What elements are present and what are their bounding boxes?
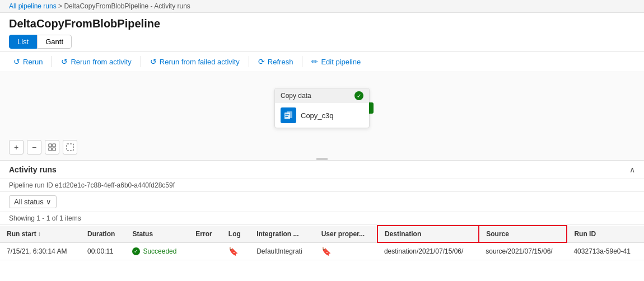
tabs-row: List Gantt bbox=[0, 32, 644, 51]
zoom-out-button[interactable]: − bbox=[27, 140, 41, 154]
cell-run-id: 4032713a-59e0-41 bbox=[567, 242, 644, 260]
cell-destination: destination/2021/07/15/06/ bbox=[377, 242, 479, 260]
svg-rect-3 bbox=[53, 144, 55, 147]
cell-integration: DefaultIntegrati bbox=[250, 242, 315, 260]
count-label: Showing 1 - 1 of 1 items bbox=[9, 214, 81, 222]
th-status: Status bbox=[125, 226, 189, 242]
cell-error bbox=[189, 242, 221, 260]
th-log: Log bbox=[222, 226, 250, 242]
th-error: Error bbox=[189, 226, 221, 242]
page-title: DeltaCopyFromBlobPipeline bbox=[0, 13, 644, 32]
rerun-button[interactable]: ↺ Rerun bbox=[9, 55, 47, 68]
canvas-divider bbox=[316, 158, 328, 160]
count-row: Showing 1 - 1 of 1 items bbox=[0, 212, 644, 225]
svg-rect-6 bbox=[67, 144, 73, 151]
node-right-bar bbox=[369, 102, 374, 114]
rerun-failed-icon: ↺ bbox=[150, 57, 157, 66]
node-name-label: Copy_c3q bbox=[301, 111, 334, 120]
tab-gantt[interactable]: Gantt bbox=[37, 35, 72, 49]
separator-4 bbox=[302, 56, 302, 67]
pipeline-run-id-label: Pipeline run ID bbox=[9, 181, 53, 189]
cell-user-props: 🔖 bbox=[315, 242, 377, 260]
cell-status: ✓ Succeeded bbox=[125, 242, 189, 260]
activity-table: Run start ↕ Duration Status Error Log In… bbox=[0, 225, 644, 260]
table-header-row: Run start ↕ Duration Status Error Log In… bbox=[0, 226, 644, 242]
refresh-button[interactable]: ⟳ Refresh bbox=[254, 55, 298, 68]
refresh-icon: ⟳ bbox=[258, 57, 265, 66]
canvas-area: Copy data ✓ Copy_c3q + − bbox=[0, 72, 644, 161]
refresh-label: Refresh bbox=[268, 58, 293, 66]
toolbar: ↺ Rerun ↺ Rerun from activity ↺ Rerun fr… bbox=[0, 51, 644, 72]
bookmark-icon[interactable]: 🔖 bbox=[228, 247, 238, 256]
svg-rect-5 bbox=[53, 148, 55, 151]
separator-3 bbox=[249, 56, 249, 67]
status-label: Succeeded bbox=[143, 247, 176, 255]
breadcrumb-separator: > bbox=[58, 2, 64, 10]
th-run-start[interactable]: Run start ↕ bbox=[0, 226, 81, 242]
th-user-props: User proper... bbox=[315, 226, 377, 242]
rerun-failed-label: Rerun from failed activity bbox=[160, 58, 240, 66]
breadcrumb-current: DeltaCopyFromBlobPipeline - Activity run… bbox=[64, 2, 190, 10]
sort-icon: ↕ bbox=[38, 231, 41, 237]
tab-list[interactable]: List bbox=[9, 35, 37, 49]
edit-icon: ✏ bbox=[311, 57, 318, 66]
cell-log: 🔖 bbox=[222, 242, 250, 260]
zoom-in-button[interactable]: + bbox=[9, 140, 24, 154]
node-success-badge: ✓ bbox=[354, 91, 363, 100]
select-button[interactable] bbox=[63, 140, 77, 154]
rerun-icon: ↺ bbox=[13, 57, 20, 66]
cell-source: source/2021/07/15/06/ bbox=[479, 242, 567, 260]
copy-data-icon bbox=[281, 107, 296, 123]
th-destination: Destination bbox=[377, 226, 479, 242]
separator-2 bbox=[141, 56, 141, 67]
activity-header: Activity runs ∧ bbox=[0, 161, 644, 179]
rerun-label: Rerun bbox=[23, 58, 43, 66]
svg-rect-2 bbox=[49, 144, 52, 147]
node-type-label: Copy data bbox=[281, 92, 311, 100]
canvas-controls: + − bbox=[9, 140, 77, 154]
edit-label: Edit pipeline bbox=[321, 58, 361, 66]
th-source: Source bbox=[479, 226, 567, 242]
cell-duration: 00:00:11 bbox=[81, 242, 125, 260]
filter-label: All status bbox=[14, 198, 44, 206]
status-filter-dropdown[interactable]: All status ∨ bbox=[9, 195, 57, 208]
fit-view-button[interactable] bbox=[45, 140, 59, 154]
filter-row: All status ∨ bbox=[0, 192, 644, 212]
pipeline-node[interactable]: Copy data ✓ Copy_c3q bbox=[274, 88, 370, 128]
th-run-id: Run ID bbox=[567, 226, 644, 242]
bookmark-icon-2[interactable]: 🔖 bbox=[321, 247, 331, 256]
pipeline-run-id-value: e1d20e1c-7c88-4eff-a6b0-a440fd28c59f bbox=[55, 181, 175, 189]
pipeline-run-id-row: Pipeline run ID e1d20e1c-7c88-4eff-a6b0-… bbox=[0, 179, 644, 192]
node-body: Copy_c3q bbox=[275, 103, 369, 128]
table-row: 7/15/21, 6:30:14 AM 00:00:11 ✓ Succeeded… bbox=[0, 242, 644, 260]
table-container: Run start ↕ Duration Status Error Log In… bbox=[0, 225, 644, 260]
cell-run-start: 7/15/21, 6:30:14 AM bbox=[0, 242, 81, 260]
collapse-button[interactable]: ∧ bbox=[629, 165, 635, 174]
node-header: Copy data ✓ bbox=[275, 88, 369, 103]
activity-title: Activity runs bbox=[9, 165, 57, 174]
edit-pipeline-button[interactable]: ✏ Edit pipeline bbox=[307, 55, 365, 68]
th-duration: Duration bbox=[81, 226, 125, 242]
svg-rect-4 bbox=[49, 148, 52, 151]
breadcrumb: All pipeline runs > DeltaCopyFromBlobPip… bbox=[9, 2, 635, 10]
rerun-from-button[interactable]: ↺ Rerun from activity bbox=[57, 55, 136, 68]
rerun-from-icon: ↺ bbox=[61, 57, 68, 66]
rerun-failed-button[interactable]: ↺ Rerun from failed activity bbox=[146, 55, 244, 68]
separator-1 bbox=[52, 56, 52, 67]
activity-section: Activity runs ∧ Pipeline run ID e1d20e1c… bbox=[0, 161, 644, 260]
status-success-icon: ✓ bbox=[132, 247, 140, 255]
breadcrumb-link[interactable]: All pipeline runs bbox=[9, 2, 57, 10]
chevron-down-icon: ∨ bbox=[46, 198, 52, 206]
th-integration: Integration ... bbox=[250, 226, 315, 242]
top-bar: All pipeline runs > DeltaCopyFromBlobPip… bbox=[0, 0, 644, 13]
status-badge: ✓ Succeeded bbox=[132, 247, 182, 255]
rerun-from-label: Rerun from activity bbox=[71, 58, 131, 66]
